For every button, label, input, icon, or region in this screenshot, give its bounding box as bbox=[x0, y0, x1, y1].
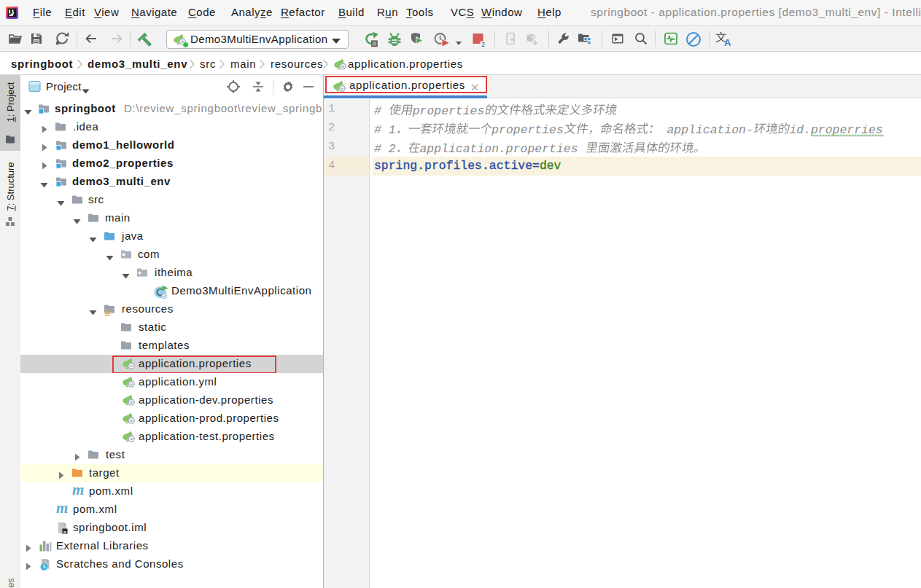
svg-text:application.properties: application.properties bbox=[420, 142, 578, 156]
svg-text:A: A bbox=[724, 37, 731, 47]
svg-text:# 1: # 1 bbox=[374, 123, 396, 137]
svg-text:properties: properties bbox=[491, 123, 564, 137]
svg-text:id.properries: id.properries bbox=[789, 123, 882, 137]
svg-text:#: # bbox=[374, 104, 389, 118]
svg-text:# 2: # 2 bbox=[374, 142, 396, 156]
svg-text:2: 2 bbox=[481, 41, 485, 48]
svg-text:application-: application- bbox=[660, 123, 753, 137]
svg-text:properties: properties bbox=[412, 104, 485, 118]
